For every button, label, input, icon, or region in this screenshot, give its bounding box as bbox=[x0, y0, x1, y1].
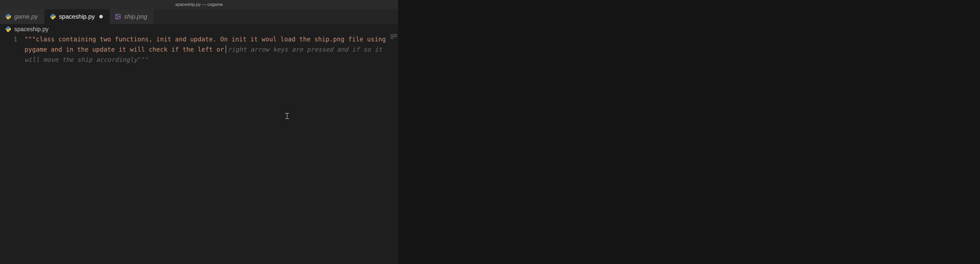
line-number-gutter: 1 bbox=[0, 34, 24, 264]
python-icon bbox=[5, 26, 11, 32]
breadcrumb-label: spaceship.py bbox=[14, 26, 48, 33]
window-title: spaceship.py — cogame bbox=[0, 0, 398, 9]
svg-point-1 bbox=[117, 15, 118, 16]
minimap-line bbox=[390, 38, 393, 39]
breadcrumb[interactable]: spaceship.py bbox=[0, 24, 398, 34]
minimap-line bbox=[390, 34, 397, 35]
minimap[interactable] bbox=[390, 34, 398, 47]
docstring-close: """ bbox=[138, 56, 149, 63]
line-number: 1 bbox=[0, 34, 18, 45]
tab-label: spaceship.py bbox=[59, 13, 95, 20]
code-editor[interactable]: 1 """class containing two functions, ini… bbox=[0, 34, 398, 264]
minimap-line bbox=[390, 36, 397, 37]
tab-label: ship.png bbox=[124, 13, 147, 20]
python-icon bbox=[50, 14, 56, 20]
ibeam-mouse-cursor-icon: 𝙸 bbox=[284, 111, 290, 121]
tab-bar: game.py spaceship.py ship.png bbox=[0, 9, 398, 24]
text-cursor-caret bbox=[226, 45, 226, 53]
docstring-open: """ bbox=[24, 35, 36, 43]
tab-spaceship-py[interactable]: spaceship.py bbox=[45, 9, 110, 24]
code-content[interactable]: """class containing two functions, init … bbox=[24, 34, 398, 264]
tab-label: game.py bbox=[14, 13, 38, 20]
image-file-icon bbox=[115, 14, 121, 20]
tab-game-py[interactable]: game.py bbox=[0, 9, 45, 24]
dirty-indicator-icon bbox=[99, 15, 103, 18]
tab-ship-png[interactable]: ship.png bbox=[110, 9, 154, 24]
window-title-text: spaceship.py — cogame bbox=[175, 2, 223, 7]
python-icon bbox=[5, 14, 11, 20]
blank-region bbox=[398, 0, 980, 264]
